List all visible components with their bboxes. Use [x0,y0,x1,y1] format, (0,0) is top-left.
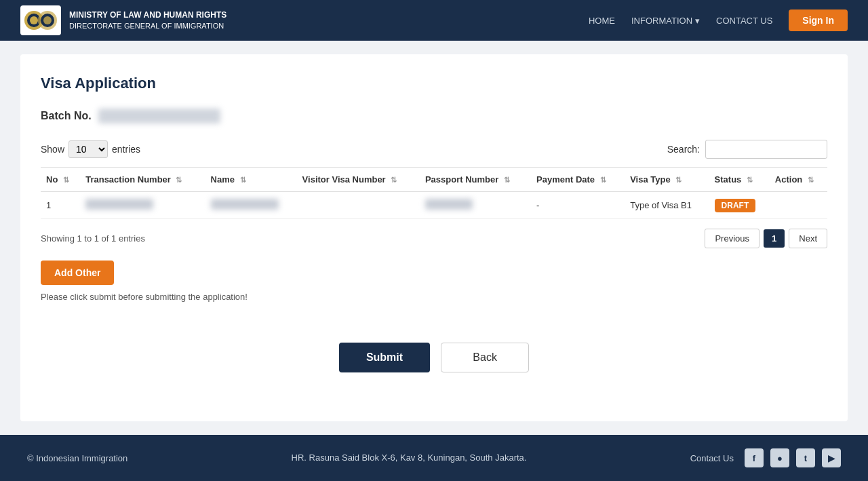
col-action: Action ⇅ [770,168,827,192]
footer-copyright: © Indonesian Immigration [27,453,127,463]
logo [20,5,61,35]
showing-text: Showing 1 to 1 of 1 entries [41,233,145,244]
sort-icon-no: ⇅ [63,176,69,184]
submit-button[interactable]: Submit [339,343,430,372]
org-name: MINISTRY OF LAW AND HUMAN RIGHTS DIRECTO… [69,9,226,31]
col-transaction-number: Transaction Number ⇅ [80,168,205,192]
batch-row: Batch No. [41,109,827,123]
cell-name [205,192,297,219]
nav-information-link[interactable]: INFORMATION ▾ [631,16,700,26]
nav-home-link[interactable]: HOME [589,16,615,26]
navbar-left: MINISTRY OF LAW AND HUMAN RIGHTS DIRECTO… [20,5,226,35]
col-visitor-visa: Visitor Visa Number ⇅ [297,168,420,192]
back-button[interactable]: Back [441,343,529,372]
entries-select[interactable]: 10 25 50 100 [68,140,108,158]
cell-no: 1 [41,192,80,219]
chevron-down-icon: ▾ [695,16,700,26]
social-icons: f ● t ▶ [745,448,841,467]
nav-contact-link[interactable]: CONTACT US [716,16,772,26]
cell-action [770,192,827,219]
col-status: Status ⇅ [709,168,770,192]
pagination: Previous 1 Next [705,229,827,248]
current-page: 1 [764,229,785,248]
footer-address: HR. Rasuna Said Blok X-6, Kav 8, Kuninga… [292,451,527,465]
page-title: Visa Application [41,75,827,92]
twitter-icon[interactable]: t [796,448,815,467]
col-no: No ⇅ [41,168,80,192]
search-box: Search: [667,140,827,159]
previous-button[interactable]: Previous [705,229,760,248]
show-label: Show [41,144,64,155]
sort-icon-pd: ⇅ [600,176,606,184]
svg-point-5 [43,16,52,24]
col-visa-type: Visa Type ⇅ [625,168,709,192]
sort-icon-passport: ⇅ [504,176,510,184]
cell-visa-type: Type of Visa B1 [625,192,709,219]
signin-button[interactable]: Sign In [789,9,848,31]
footer-right: Contact Us f ● t ▶ [690,448,841,467]
sort-icon-name: ⇅ [240,176,246,184]
add-other-section: Add Other Please click submit before sub… [41,248,827,302]
batch-value [98,109,220,123]
next-button[interactable]: Next [789,229,827,248]
search-input[interactable] [705,140,827,159]
add-other-button[interactable]: Add Other [41,261,114,285]
youtube-icon[interactable]: ▶ [822,448,841,467]
facebook-icon[interactable]: f [745,448,764,467]
navbar: MINISTRY OF LAW AND HUMAN RIGHTS DIRECTO… [0,0,868,41]
footer: © Indonesian Immigration HR. Rasuna Said… [0,435,868,481]
table-header-row: No ⇅ Transaction Number ⇅ Name ⇅ Visitor… [41,168,827,192]
sort-icon-tn: ⇅ [176,176,182,184]
applications-table: No ⇅ Transaction Number ⇅ Name ⇅ Visitor… [41,167,827,219]
cell-visitor-visa [297,192,420,219]
batch-label: Batch No. [41,110,92,122]
search-label: Search: [667,144,700,155]
entries-label: entries [112,144,140,155]
show-entries: Show 10 25 50 100 entries [41,140,140,158]
col-passport: Passport Number ⇅ [420,168,531,192]
sort-icon-action: ⇅ [808,176,814,184]
table-row: 1 - Type of Visa B1 DRAFT [41,192,827,219]
sort-icon-vt: ⇅ [675,176,682,184]
col-payment-date: Payment Date ⇅ [531,168,625,192]
table-footer: Showing 1 to 1 of 1 entries Previous 1 N… [41,229,827,248]
svg-point-2 [30,16,38,24]
sort-icon-status: ⇅ [747,176,753,184]
cell-payment-date: - [531,192,625,219]
navbar-right: HOME INFORMATION ▾ CONTACT US Sign In [589,9,848,31]
status-badge: DRAFT [715,199,756,212]
cell-status: DRAFT [709,192,770,219]
col-name: Name ⇅ [205,168,297,192]
footer-contact-link[interactable]: Contact Us [690,453,734,463]
instagram-icon[interactable]: ● [770,448,789,467]
cell-transaction-number [80,192,205,219]
action-buttons: Submit Back [41,343,827,372]
cell-passport [420,192,531,219]
submit-note: Please click submit before submitting th… [41,292,827,302]
main-content: Visa Application Batch No. Show 10 25 50… [20,54,848,421]
sort-icon-vvn: ⇅ [391,176,397,184]
table-controls: Show 10 25 50 100 entries Search: [41,140,827,159]
